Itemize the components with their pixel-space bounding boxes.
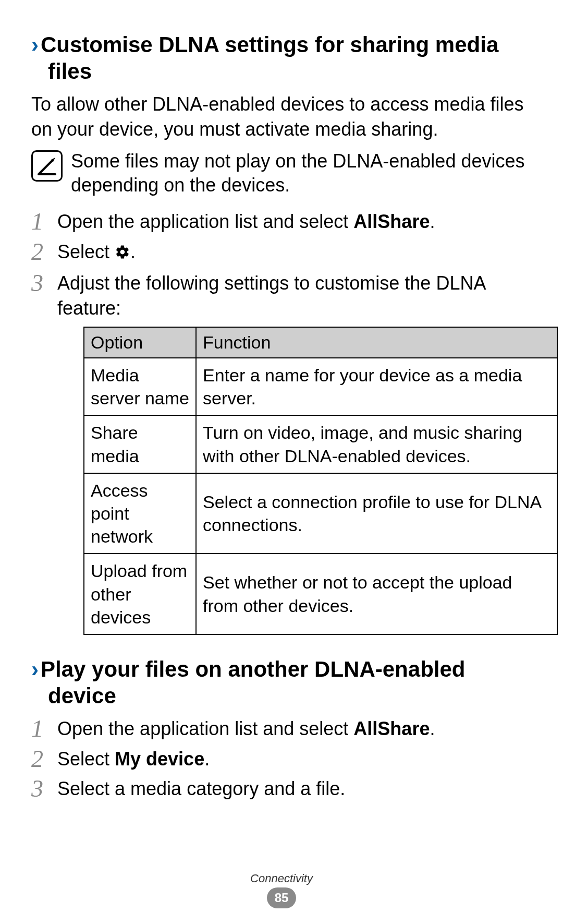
function-cell: Enter a name for your device as a media … (196, 358, 557, 415)
option-cell: Media server name (84, 358, 196, 415)
step-2: Select . (31, 239, 532, 266)
step-2b-text-pre: Select (57, 748, 115, 770)
step-1b-text-post: . (430, 718, 435, 739)
section-heading-play-files: ›Play your files on another DLNA-enabled… (31, 656, 532, 709)
manual-page: ›Customise DLNA settings for sharing med… (0, 0, 563, 924)
step-1: Open the application list and select All… (31, 209, 532, 234)
table-row: Upload from other devices Set whether or… (84, 554, 557, 634)
step-2-text-pre: Select (57, 241, 115, 262)
steps-list-play: Open the application list and select All… (31, 716, 532, 801)
heading-text-line1: Customise DLNA settings for sharing medi… (41, 32, 498, 57)
step-3-text: Adjust the following settings to customi… (57, 272, 485, 319)
step-2-text-post: . (130, 241, 136, 262)
function-cell: Set whether or not to accept the upload … (196, 554, 557, 634)
function-cell: Turn on video, image, and music sharing … (196, 415, 557, 473)
step-1-text-pre: Open the application list and select (57, 211, 353, 232)
function-cell: Select a connection profile to use for D… (196, 473, 557, 554)
table-header-option: Option (84, 327, 196, 358)
step-1b-text-pre: Open the application list and select (57, 718, 353, 739)
svg-line-0 (40, 161, 52, 173)
step-1: Open the application list and select All… (31, 716, 532, 741)
note-text: Some files may not play on the DLNA-enab… (71, 149, 532, 198)
chevron-right-icon: › (31, 32, 39, 57)
heading2-text-line2: device (31, 682, 532, 709)
heading-text-line2: files (31, 58, 532, 85)
step-2b-text-post: . (204, 748, 210, 770)
page-footer: Connectivity 85 (0, 872, 563, 908)
steps-list-customise: Open the application list and select All… (31, 209, 532, 635)
step-1-text-post: . (430, 211, 435, 232)
table-row: Access point network Select a connection… (84, 473, 557, 554)
option-cell: Share media (84, 415, 196, 473)
heading2-text-line1: Play your files on another DLNA-enabled (41, 657, 465, 681)
note-icon (31, 150, 63, 182)
step-3b-text: Select a media category and a file. (57, 778, 345, 799)
table-row: Share media Turn on video, image, and mu… (84, 415, 557, 473)
footer-category: Connectivity (0, 872, 563, 885)
step-3: Select a media category and a file. (31, 776, 532, 801)
step-3: Adjust the following settings to customi… (31, 271, 532, 635)
page-number-badge: 85 (267, 887, 296, 908)
step-1-text-bold: AllShare (353, 211, 430, 232)
option-cell: Access point network (84, 473, 196, 554)
step-2: Select My device. (31, 747, 532, 772)
note-callout: Some files may not play on the DLNA-enab… (31, 149, 532, 198)
step-2b-text-bold: My device (115, 748, 204, 770)
gear-icon (115, 241, 130, 266)
intro-paragraph: To allow other DLNA-enabled devices to a… (31, 92, 532, 141)
dlna-options-table: Option Function Media server name Enter … (83, 327, 558, 635)
table-header-function: Function (196, 327, 557, 358)
section-heading-customise-dlna: ›Customise DLNA settings for sharing med… (31, 31, 532, 85)
section-play-files: ›Play your files on another DLNA-enabled… (31, 656, 532, 801)
step-1b-text-bold: AllShare (353, 718, 430, 739)
option-cell: Upload from other devices (84, 554, 196, 634)
chevron-right-icon: › (31, 657, 39, 681)
table-row: Media server name Enter a name for your … (84, 358, 557, 415)
